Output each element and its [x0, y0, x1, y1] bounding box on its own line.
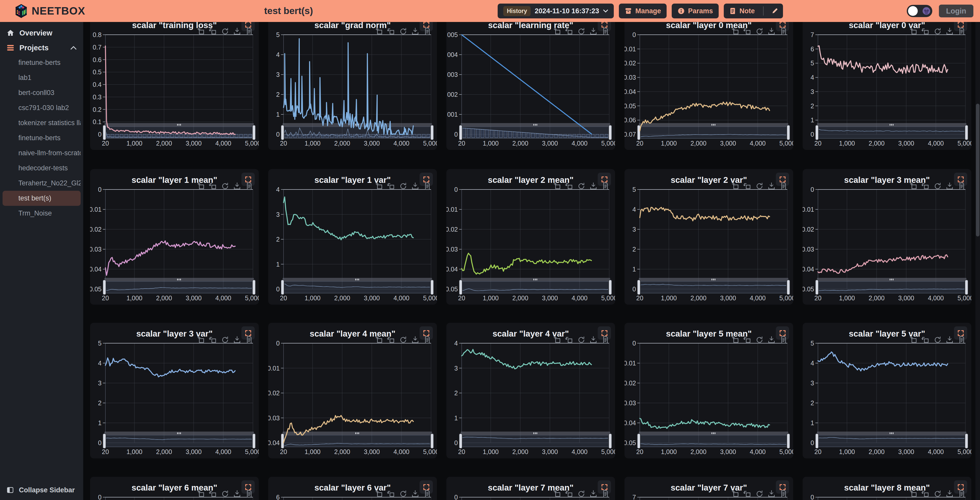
chart-plot[interactable]: 0.80.70.60.50.40.30.20.10201,0002,0003,0… [90, 22, 259, 150]
box-zoom-icon[interactable] [375, 182, 383, 190]
box-zoom-icon[interactable] [197, 27, 205, 36]
slider-handle[interactable] [787, 434, 790, 449]
restore-icon[interactable] [755, 27, 764, 36]
zoom-reset-icon[interactable] [565, 27, 574, 36]
project-item[interactable]: Terahertz_No22_Gl261_gl... [3, 176, 81, 191]
zoom-reset-icon[interactable] [387, 335, 396, 344]
box-zoom-icon[interactable] [909, 335, 918, 344]
data-view-icon[interactable] [779, 182, 788, 190]
restore-icon[interactable] [577, 335, 586, 344]
sidebar-item-overview[interactable]: Overview [0, 26, 83, 40]
slider-handle[interactable] [459, 434, 462, 449]
login-button[interactable]: Login [939, 5, 974, 18]
slider-handle[interactable] [637, 434, 640, 449]
slider-handle[interactable] [637, 125, 640, 140]
box-zoom-icon[interactable] [553, 27, 562, 36]
download-icon[interactable] [411, 490, 420, 498]
box-zoom-icon[interactable] [197, 490, 205, 498]
restore-icon[interactable] [399, 182, 407, 190]
scrollbar-thumb[interactable] [976, 104, 980, 236]
project-item[interactable]: lab1 [3, 70, 81, 85]
project-item[interactable]: tokenizer statistics llama... [3, 115, 81, 131]
sidebar-item-projects[interactable]: Projects [0, 40, 83, 55]
restore-icon[interactable] [221, 490, 229, 498]
project-item[interactable]: test bert(s) [3, 191, 81, 206]
zoom-reset-icon[interactable] [209, 182, 218, 190]
slider-handle[interactable] [637, 280, 640, 295]
slider-handle[interactable] [459, 280, 462, 295]
data-view-icon[interactable] [245, 490, 253, 498]
params-button[interactable]: Params [672, 3, 719, 18]
slider-handle[interactable] [281, 280, 284, 295]
box-zoom-icon[interactable] [731, 490, 740, 498]
slider-handle[interactable] [431, 434, 434, 449]
project-item[interactable]: hedecoder-tests [3, 161, 81, 176]
zoom-reset-icon[interactable] [387, 27, 396, 36]
download-icon[interactable] [767, 27, 776, 36]
box-zoom-icon[interactable] [909, 27, 918, 36]
zoom-reset-icon[interactable] [387, 490, 396, 498]
restore-icon[interactable] [755, 182, 764, 190]
zoom-reset-icon[interactable] [565, 182, 574, 190]
restore-icon[interactable] [933, 490, 942, 498]
zoom-reset-icon[interactable] [743, 182, 752, 190]
download-icon[interactable] [233, 182, 242, 190]
project-item[interactable]: csc791-030 lab2 [3, 101, 81, 115]
box-zoom-icon[interactable] [197, 182, 205, 190]
slider-handle[interactable] [965, 280, 968, 295]
data-view-icon[interactable] [957, 27, 966, 36]
project-item[interactable]: finetune-berts [3, 55, 81, 70]
chart-plot[interactable]: 00.010.020.030.040.050.060.07201,0002,00… [625, 22, 793, 150]
slider-handle[interactable] [431, 280, 434, 295]
download-icon[interactable] [945, 182, 954, 190]
slider-handle[interactable] [609, 125, 612, 140]
data-view-icon[interactable] [423, 490, 431, 498]
download-icon[interactable] [233, 27, 242, 36]
restore-icon[interactable] [755, 490, 764, 498]
data-view-icon[interactable] [601, 27, 610, 36]
zoom-reset-icon[interactable] [921, 335, 930, 344]
data-view-icon[interactable] [779, 27, 788, 36]
zoom-reset-icon[interactable] [921, 490, 930, 498]
restore-icon[interactable] [933, 27, 942, 36]
download-icon[interactable] [945, 490, 954, 498]
restore-icon[interactable] [399, 335, 407, 344]
data-view-icon[interactable] [601, 490, 610, 498]
data-view-icon[interactable] [779, 335, 788, 344]
data-view-icon[interactable] [245, 335, 253, 344]
zoom-reset-icon[interactable] [743, 27, 752, 36]
download-icon[interactable] [945, 335, 954, 344]
download-icon[interactable] [589, 27, 598, 36]
download-icon[interactable] [945, 27, 954, 36]
slider-handle[interactable] [787, 280, 790, 295]
slider-handle[interactable] [609, 434, 612, 449]
box-zoom-icon[interactable] [731, 335, 740, 344]
project-item[interactable]: finetune-berts [3, 131, 81, 145]
theme-toggle[interactable] [907, 5, 932, 17]
slider-handle[interactable] [787, 125, 790, 140]
data-view-icon[interactable] [423, 335, 431, 344]
download-icon[interactable] [767, 335, 776, 344]
box-zoom-icon[interactable] [375, 335, 383, 344]
zoom-reset-icon[interactable] [743, 490, 752, 498]
slider-handle[interactable] [815, 125, 818, 140]
zoom-reset-icon[interactable] [387, 182, 396, 190]
project-item[interactable]: naive-llm-from-scratch [3, 145, 81, 161]
data-view-icon[interactable] [957, 490, 966, 498]
restore-icon[interactable] [933, 335, 942, 344]
slider-handle[interactable] [965, 125, 968, 140]
download-icon[interactable] [767, 182, 776, 190]
restore-icon[interactable] [221, 27, 229, 36]
data-view-icon[interactable] [957, 182, 966, 190]
project-item[interactable]: Trm_Noise [3, 206, 81, 221]
restore-icon[interactable] [755, 335, 764, 344]
chart-plot[interactable]: 543210201,0002,0003,0004,0005,000 [268, 22, 437, 150]
collapse-sidebar-button[interactable]: Collapse Sidebar [0, 482, 83, 497]
box-zoom-icon[interactable] [909, 490, 918, 498]
download-icon[interactable] [589, 335, 598, 344]
slider-handle[interactable] [103, 434, 106, 449]
slider-handle[interactable] [252, 434, 256, 449]
data-view-icon[interactable] [423, 182, 431, 190]
download-icon[interactable] [589, 182, 598, 190]
slider-handle[interactable] [815, 434, 818, 449]
